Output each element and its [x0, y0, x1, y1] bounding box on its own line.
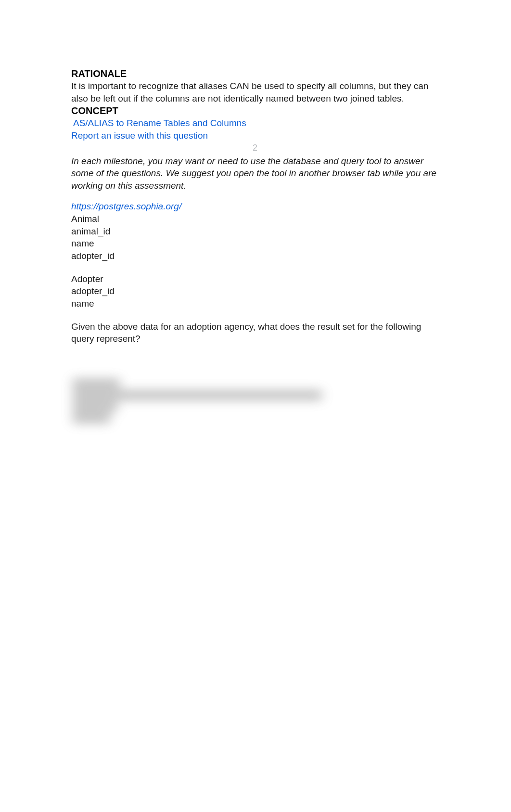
schema-table-2-name: Adopter — [71, 273, 439, 285]
schema-table-1-name: Animal — [71, 213, 439, 225]
rationale-heading: RATIONALE — [71, 67, 439, 80]
blurred-preview-content — [34, 380, 395, 433]
schema-table-2-col-0: adopter_id — [71, 285, 439, 297]
document-content: RATIONALE It is important to recognize t… — [0, 0, 511, 345]
report-issue-link[interactable]: Report an issue with this question — [71, 129, 439, 142]
concept-link[interactable]: AS/ALIAS to Rename Tables and Columns — [71, 117, 439, 129]
schema-table-2-col-1: name — [71, 297, 439, 310]
schema-table-1-col-2: adopter_id — [71, 250, 439, 262]
schema-table-1-col-0: animal_id — [71, 225, 439, 238]
tool-url-link[interactable]: https://postgres.sophia.org/ — [71, 200, 439, 213]
schema-table-1-col-1: name — [71, 237, 439, 250]
concept-heading: CONCEPT — [71, 104, 439, 117]
question-text: Given the above data for an adoption age… — [71, 321, 439, 345]
question-number: 2 — [71, 143, 439, 153]
instructions-text: In each milestone, you may want or need … — [71, 155, 439, 192]
rationale-text: It is important to recognize that aliase… — [71, 80, 439, 104]
